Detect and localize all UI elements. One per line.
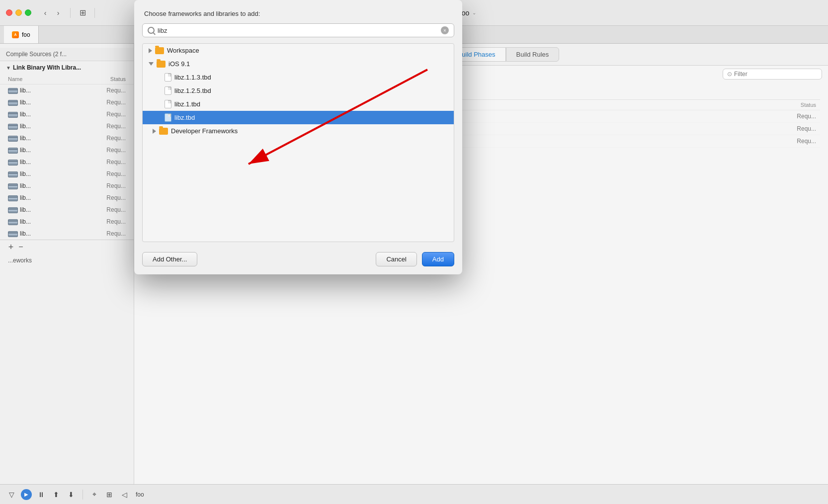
tab-foo[interactable]: A foo xyxy=(4,26,39,43)
file-libz-1[interactable]: libz.1.tbd xyxy=(143,97,454,111)
lib-icon xyxy=(8,86,17,94)
download-icon[interactable]: ⬇ xyxy=(66,489,77,500)
file-libz-113[interactable]: libz.1.1.3.tbd xyxy=(143,71,454,84)
cancel-button[interactable]: Cancel xyxy=(376,252,416,266)
lib-icon xyxy=(8,170,17,178)
upload-icon[interactable]: ⬆ xyxy=(51,489,62,500)
search-input[interactable] xyxy=(158,27,438,34)
lib-status: Requ... xyxy=(106,170,126,177)
view-switcher-icon[interactable]: ⊞ xyxy=(77,7,88,19)
list-item[interactable]: lib... Requ... xyxy=(0,144,134,156)
ios91-folder-label: iOS 9.1 xyxy=(168,60,190,68)
lib-name: lib... xyxy=(20,135,31,142)
add-button[interactable]: Add xyxy=(422,252,454,266)
search-wrap: × xyxy=(142,23,454,37)
list-item[interactable]: lib... Requ... xyxy=(0,192,134,204)
lib-icon xyxy=(8,110,17,118)
file-name-libz1: libz.1.tbd xyxy=(174,100,200,108)
lib-name: lib... xyxy=(20,218,31,225)
active-run-icon[interactable]: ▶ xyxy=(21,489,32,500)
content-lib-status: Requ... xyxy=(797,125,816,132)
ios91-folder[interactable]: iOS 9.1 xyxy=(143,57,454,71)
content-status-col: Status xyxy=(801,102,816,108)
disclosure-triangle: ▼ xyxy=(6,65,11,71)
lib-name: lib... xyxy=(20,170,31,177)
folder-expanded-icon xyxy=(149,62,154,66)
modal-header: Choose frameworks and libraries to add: xyxy=(134,0,462,23)
lib-status: Requ... xyxy=(106,135,126,142)
list-item[interactable]: lib... Requ... xyxy=(0,120,134,132)
list-item[interactable]: lib... Requ... xyxy=(0,180,134,192)
tab-foo-icon: A xyxy=(12,31,19,38)
lib-name: lib... xyxy=(20,99,31,106)
workspace-folder[interactable]: Workspace xyxy=(143,44,454,57)
list-item[interactable]: lib... Requ... xyxy=(0,156,134,168)
list-item[interactable]: lib... Requ... xyxy=(0,168,134,180)
lib-status: Requ... xyxy=(106,182,126,189)
remove-library-button[interactable]: − xyxy=(16,242,26,252)
traffic-lights xyxy=(6,9,31,16)
bottom-toolbar: ▽ ▶ ⏸ ⬆ ⬇ ⌖ ⊞ ◁ foo xyxy=(0,484,828,504)
lib-name: lib... xyxy=(20,147,31,154)
chevron-down-icon: ⌄ xyxy=(472,10,476,15)
link-binary-header[interactable]: ▼ Link Binary With Libra... xyxy=(0,61,134,74)
list-item[interactable]: lib... Requ... xyxy=(0,84,134,96)
add-other-button[interactable]: Add Other... xyxy=(142,252,197,266)
file-libz-125[interactable]: libz.1.2.5.tbd xyxy=(143,84,454,97)
lib-status: Requ... xyxy=(106,99,126,106)
lib-name: lib... xyxy=(20,230,31,237)
minimize-button[interactable] xyxy=(15,9,22,16)
content-lib-status: Requ... xyxy=(797,138,816,145)
framework-picker-modal: Choose frameworks and libraries to add: … xyxy=(134,0,462,274)
forward-button[interactable]: › xyxy=(52,7,64,19)
file-name-libz: libz.tbd xyxy=(174,114,195,121)
send-icon[interactable]: ◁ xyxy=(119,489,130,500)
list-item[interactable]: lib... Requ... xyxy=(0,228,134,240)
back-button[interactable]: ‹ xyxy=(39,7,51,19)
nav-arrows: ‹ › xyxy=(39,7,64,19)
file-name-libz125: libz.1.2.5.tbd xyxy=(174,87,211,94)
lib-name: lib... xyxy=(20,87,31,94)
list-item[interactable]: lib... Requ... xyxy=(0,204,134,216)
lib-icon xyxy=(8,134,17,142)
issues-icon[interactable]: ▽ xyxy=(6,489,17,500)
lib-status: Requ... xyxy=(106,123,126,130)
add-library-button[interactable]: + xyxy=(6,242,16,252)
content-lib-status: Requ... xyxy=(797,113,816,120)
modal-file-list: Workspace iOS 9.1 libz.1.1.3.tbd libz.1.… xyxy=(142,43,454,242)
close-button[interactable] xyxy=(6,9,12,16)
frameworks-label: ...eworks xyxy=(0,254,134,267)
grid-icon[interactable]: ⊞ xyxy=(104,489,115,500)
dev-folder-collapsed-icon xyxy=(153,129,156,134)
dev-frameworks-folder[interactable]: Developer Frameworks xyxy=(143,124,454,138)
list-item[interactable]: lib... Requ... xyxy=(0,132,134,144)
zoom-button[interactable] xyxy=(25,9,31,16)
clear-search-button[interactable]: × xyxy=(441,26,449,34)
filter-icon: ⊙ xyxy=(727,71,732,78)
workspace-folder-icon xyxy=(155,47,164,54)
list-item[interactable]: lib... Requ... xyxy=(0,216,134,228)
modal-title: Choose frameworks and libraries to add: xyxy=(144,10,260,17)
add-remove-bar: + − xyxy=(0,240,134,254)
lib-name: lib... xyxy=(20,182,31,189)
file-icon xyxy=(165,100,171,108)
lib-status: Requ... xyxy=(106,111,126,118)
list-item[interactable]: lib... Requ... xyxy=(0,96,134,108)
left-sidebar: Compile Sources (2 f... ▼ Link Binary Wi… xyxy=(0,44,134,484)
dev-folder-icon xyxy=(159,128,168,135)
lib-status: Requ... xyxy=(106,87,126,94)
modal-footer: Add Other... Cancel Add xyxy=(134,248,462,274)
lib-list: lib... Requ... lib... Requ... lib... Req… xyxy=(0,84,134,240)
pause-icon[interactable]: ⏸ xyxy=(36,489,47,500)
location-icon[interactable]: ⌖ xyxy=(89,489,100,500)
lib-icon xyxy=(8,158,17,166)
name-col-header: Name xyxy=(8,76,22,82)
list-header-row: Name Status xyxy=(0,74,134,84)
tab-build-rules[interactable]: Build Rules xyxy=(506,47,560,62)
file-libz-selected[interactable]: libz.tbd xyxy=(143,111,454,124)
list-item[interactable]: lib... Requ... xyxy=(0,108,134,120)
lib-name: lib... xyxy=(20,206,31,213)
search-icon xyxy=(148,27,155,34)
filter-input[interactable] xyxy=(734,71,818,78)
lib-icon xyxy=(8,98,17,106)
